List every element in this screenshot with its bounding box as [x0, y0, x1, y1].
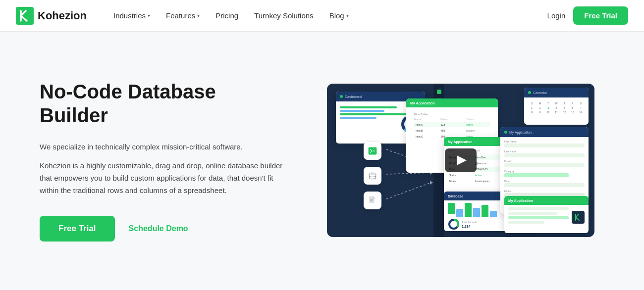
nav-industries-label: Industries — [113, 11, 146, 20]
right-form-header: My Application — [500, 127, 589, 137]
play-button[interactable] — [445, 148, 477, 172]
hero-title: No-Code Database Builder — [40, 80, 287, 127]
form-field-group: Email — [504, 160, 585, 167]
nav-features[interactable]: Features ▾ — [159, 7, 207, 24]
cal-cell: 13 — [569, 110, 576, 114]
hero-visual: Dashboard — [317, 84, 604, 237]
cal-cell: 8 — [528, 110, 536, 114]
form-field-label: Email — [504, 160, 585, 163]
hero-description-2: Kohezion is a highly customizable, drag … — [40, 160, 287, 196]
excel-icon — [364, 142, 381, 160]
svg-line-9 — [386, 183, 431, 199]
form-field-input — [504, 173, 569, 177]
document-icon — [364, 192, 381, 209]
cal-cell: 5 — [561, 106, 568, 110]
hero-description-1: We specialize in technically complex mis… — [40, 141, 287, 153]
nav-turnkey-label: Turnkey Solutions — [254, 11, 314, 20]
right-form-body: First Name Last Name Email Category — [500, 137, 589, 205]
right-form-title: My Application — [509, 131, 532, 134]
bar — [473, 208, 480, 217]
svg-marker-12 — [430, 181, 433, 185]
chevron-down-icon: ▾ — [346, 13, 349, 18]
form-row — [508, 212, 557, 215]
hero-free-trial-button[interactable]: Free Trial — [40, 216, 115, 242]
bar — [482, 205, 488, 217]
form-field-group: Date — [504, 180, 585, 187]
nav-pricing-label: Pricing — [215, 11, 238, 20]
accent-line-2 — [340, 110, 384, 112]
form-field-input — [504, 144, 585, 147]
hero-buttons: Free Trial Schedule Demo — [40, 216, 287, 242]
form-row — [508, 207, 569, 210]
svg-rect-0 — [16, 7, 34, 25]
k-logo-icon — [574, 213, 582, 221]
cal-day: F — [569, 101, 576, 105]
cal-day: T — [544, 101, 552, 105]
cal-day: S — [577, 101, 585, 105]
k-badge — [572, 211, 585, 224]
database-svg — [368, 171, 377, 181]
navbar-free-trial-button[interactable]: Free Trial — [573, 6, 628, 25]
form-field-input — [504, 163, 585, 167]
window-dot — [340, 95, 343, 98]
accent-line-4 — [340, 117, 376, 119]
bottom-left-title: Database — [448, 194, 463, 198]
nav-turnkey[interactable]: Turnkey Solutions — [247, 7, 321, 24]
nav-blog-label: Blog — [329, 11, 344, 20]
navbar-right: Login Free Trial — [547, 6, 628, 25]
accent-line-3 — [340, 113, 409, 115]
bar — [448, 203, 455, 214]
logo-icon — [16, 7, 34, 25]
excel-svg — [368, 146, 377, 156]
chevron-down-icon: ▾ — [197, 13, 200, 18]
mini-pie — [448, 218, 460, 230]
dashboard-mockup: Dashboard — [327, 84, 594, 237]
form-row — [508, 221, 544, 224]
form-row — [508, 216, 569, 219]
cal-cell: 2 — [536, 106, 543, 110]
calendar-title: Calendar — [533, 91, 547, 95]
form-field-label: Last Name — [504, 150, 585, 153]
bottom-right-header: My Application — [504, 196, 589, 205]
window-dot — [504, 131, 507, 134]
bottom-right-title: My Application — [508, 199, 533, 202]
nav-blog[interactable]: Blog ▾ — [322, 7, 356, 24]
bar — [465, 203, 472, 217]
form-field-label: Notes — [504, 190, 585, 193]
calendar-body: S M T W T F S 1 2 3 4 5 6 7 8 — [524, 97, 589, 117]
cal-cell: 9 — [536, 110, 543, 114]
svg-rect-4 — [369, 147, 377, 155]
form-field-label: Category — [504, 170, 585, 173]
hero-content: No-Code Database Builder We specialize i… — [40, 80, 287, 242]
nav-menu: Industries ▾ Features ▾ Pricing Turnkey … — [107, 7, 547, 24]
my-app-header-back: My Application — [406, 98, 498, 107]
cal-cell: 12 — [561, 110, 568, 114]
hero-section: No-Code Database Builder We specialize i… — [0, 32, 644, 289]
hero-schedule-demo-button[interactable]: Schedule Demo — [129, 224, 188, 233]
chevron-down-icon: ▾ — [148, 13, 150, 18]
cal-day: M — [536, 101, 543, 105]
form-field-group: Last Name — [504, 150, 585, 157]
navbar: Kohezion Industries ▾ Features ▾ Pricing… — [0, 0, 644, 32]
cal-cell: 6 — [569, 106, 576, 110]
bar — [456, 209, 463, 217]
svg-point-5 — [369, 172, 376, 175]
form-field-group: First Name — [504, 140, 585, 147]
cal-cell: 1 — [528, 106, 536, 110]
window-dot — [528, 91, 531, 94]
my-app-title-back: My Application — [410, 101, 435, 105]
nav-industries[interactable]: Industries ▾ — [107, 7, 157, 24]
cal-cell: 3 — [544, 106, 552, 110]
cal-cell: 14 — [577, 110, 585, 114]
calendar-header: Calendar — [524, 88, 589, 97]
bottom-right-window: My Application — [504, 196, 589, 233]
cal-day: W — [552, 101, 560, 105]
nav-pricing[interactable]: Pricing — [209, 7, 245, 24]
brand-name: Kohezion — [38, 9, 87, 22]
my-app-title-front: My Application — [448, 140, 473, 144]
calendar-window: Calendar S M T W T F S 1 2 3 4 — [524, 88, 589, 125]
logo-link[interactable]: Kohezion — [16, 7, 87, 25]
login-link[interactable]: Login — [547, 11, 566, 20]
sidebar-dot — [437, 90, 441, 94]
form-field-group: Category — [504, 170, 585, 177]
